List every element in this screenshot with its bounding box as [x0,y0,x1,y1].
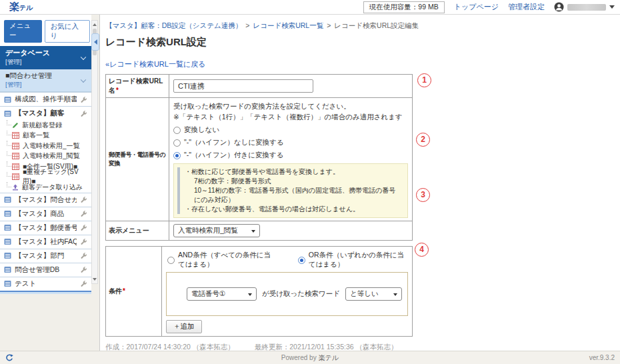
sidebar-item-inquiry-management-db[interactable]: 問合せ管理DB [0,263,91,277]
required-asterisk: * [116,87,119,94]
wrench-icon[interactable] [80,96,87,103]
wrench-icon[interactable] [80,238,87,245]
tab-menu[interactable]: メニュー [4,20,42,43]
page-title: レコード検索URL設定 [105,36,613,49]
database-icon [4,210,11,217]
radio-with-hyphen[interactable]: "-"（ハイフン）付きに変換する [173,151,408,160]
back-to-list-link-top[interactable]: «レコード検索URL一覧に戻る [105,59,205,69]
sidebar-item-label: 【マスタ】問合せカテゴリ [15,195,77,205]
database-icon [4,224,11,231]
sidebar-item-master-customer[interactable]: 【マスタ】顧客 [0,106,91,120]
app-logo[interactable]: 楽テル [9,1,33,13]
sidebar-item-diagram-manual[interactable]: 構成図、操作手順書 [0,92,91,106]
sidebar: メニュー お気に入り データベース [管理] ■問合わせ管理 [管理] 構成図、… [0,15,100,351]
radio-checked-icon[interactable] [173,152,181,159]
sidebar-collapse-handle[interactable] [91,33,99,51]
sidebar-database-header[interactable]: データベース [管理] [0,46,91,69]
wrench-icon[interactable] [80,196,87,203]
app-logo-sub: テル [19,4,33,11]
breadcrumb-link-db-settings[interactable]: 【マスタ】顧客：DB設定（システム連携） [105,21,242,29]
wrench-icon[interactable] [80,266,87,273]
database-icon [4,196,11,203]
breadcrumb-link-url-list[interactable]: レコード検索URL一覧 [253,21,323,29]
user-menu[interactable] [554,2,615,12]
sidebar-item-customer-list[interactable]: 顧客一覧 [7,131,91,141]
record-search-url-form: レコード検索URL名* 郵便番号・電話番号の変換 受け取った検索ワードの変換方法… [105,74,413,241]
sidebar-item-master-product[interactable]: 【マスタ】商品 [0,207,91,221]
conversion-note: ・桁数に応じて郵便番号や電話番号を変換します。 7桁の数字：郵便番号形式 10～… [173,163,408,218]
add-condition-button[interactable]: ＋追加 [166,320,202,333]
radio-icon[interactable] [173,127,181,134]
top-page-link[interactable]: トップページ [454,2,499,12]
table-icon [12,143,19,149]
wrench-icon[interactable] [80,252,87,259]
annotation-circle-2: 2 [416,133,430,147]
sidebar-scrollbar[interactable] [91,20,98,284]
user-name-redacted [567,4,606,11]
powered-by: Powered by楽テル [0,353,620,363]
scroll-up-icon[interactable] [92,21,97,28]
chevron-down-icon [251,230,255,233]
sidebar-item-master-postal-code[interactable]: 【マスタ】郵便番号 [0,221,91,235]
sidebar-item-label: テスト [15,279,77,289]
url-name-input[interactable] [173,79,313,93]
conversion-label-cell: 郵便番号・電話番号の変換 [106,98,169,221]
condition-operator-select[interactable]: と等しい [345,287,402,301]
annotation-circle-3: 3 [416,188,430,202]
chevron-left-icon [94,39,97,45]
table-row-url-name: レコード検索URL名* [106,75,413,98]
chevron-down-icon [393,293,397,296]
upload-icon [12,184,19,191]
chevron-down-icon [609,5,615,9]
radio-checked-icon[interactable] [298,257,305,264]
sidebar-item-incoming-search-list[interactable]: 入電時検索用_一覧 [7,141,91,151]
sidebar-item-label: 入電時検索用_一覧 [23,141,80,151]
sidebar-item-new-customer[interactable]: 新規顧客登録 [7,120,91,131]
display-menu-select[interactable]: 入電時検索用_閲覧 [173,224,260,237]
sidebar-item-test[interactable]: テスト [0,277,91,291]
condition-field-select[interactable]: 電話番号① [187,287,257,301]
database-icon [4,252,11,259]
database-header-sub: [管理] [5,58,86,67]
sidebar-item-label: 【マスタ】社内FAQ [15,237,77,247]
breadcrumb-current: レコード検索URL設定編集 [334,21,419,29]
tab-favorites[interactable]: お気に入り [45,20,90,43]
table-icon [12,153,19,159]
admin-settings-link[interactable]: 管理者設定 [508,2,545,12]
radio-icon[interactable] [173,139,181,147]
app-logo-main: 楽 [9,1,19,12]
annotation-circle-4: 4 [415,243,429,257]
sidebar-item-customer-data-import[interactable]: 顧客データ取り込み [7,182,91,193]
radio-or-condition[interactable]: OR条件（いずれかの条件に当てはまる） [298,251,408,269]
wrench-icon[interactable] [80,210,87,217]
radio-no-conversion[interactable]: 変換しない [173,125,408,135]
sidebar-item-incoming-search-view[interactable]: 入電時検索用_閲覧 [7,151,91,162]
wrench-icon[interactable] [80,110,87,117]
radio-without-hyphen[interactable]: "-"（ハイフン）なしに変換する [173,138,408,147]
required-asterisk: * [123,287,125,295]
table-icon [12,173,19,180]
pencil-icon [12,122,19,129]
radio-icon[interactable] [167,257,175,264]
sidebar-item-master-department[interactable]: 【マスタ】部門 [0,249,91,263]
scroll-down-icon[interactable] [92,276,97,283]
inquiry-title: ■問合わせ管理 [5,71,86,81]
table-row-conversion: 郵便番号・電話番号の変換 受け取った検索ワードの変換方法を設定してください。 ※… [106,98,413,221]
wrench-icon[interactable] [80,224,87,231]
table-row-condition: 条件* AND条件（すべての条件に当てはまる） OR条件（いずれかの条件に当ては… [106,247,413,337]
chevron-down-icon [248,293,252,296]
radio-and-condition[interactable]: AND条件（すべての条件に当てはまる） [167,251,275,269]
sidebar-item-label: 入電時検索用_閲覧 [23,151,80,161]
sidebar-item-inquiry-management[interactable]: ■問合わせ管理 [管理] [0,69,91,92]
sidebar-item-label: 【マスタ】部門 [15,251,77,261]
sidebar-item-duplicate-check-sv[interactable]: ■重複チェック(SV用)■ [7,172,91,183]
sidebar-list-end [0,291,91,294]
conversion-desc-1: 受け取った検索ワードの変換方法を設定してください。 [173,102,408,111]
condition-builder-box: 電話番号① が受け取った検索ワード と等しい [166,272,408,316]
wrench-icon[interactable] [80,280,87,287]
sidebar-item-master-inquiry-category[interactable]: 【マスタ】問合せカテゴリ [0,193,91,207]
footer: Powered by楽テル ver.9.3.2 [0,351,620,364]
table-icon [12,163,19,170]
sidebar-item-label: 【マスタ】郵便番号 [15,223,77,233]
sidebar-item-master-internal-faq[interactable]: 【マスタ】社内FAQ [0,235,91,249]
